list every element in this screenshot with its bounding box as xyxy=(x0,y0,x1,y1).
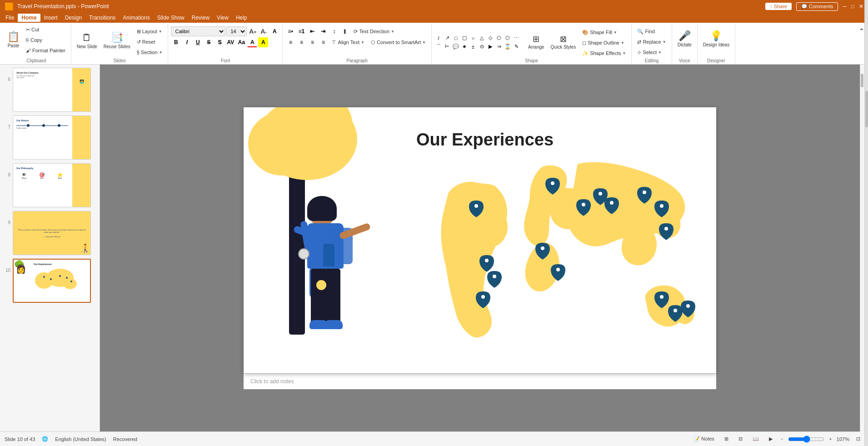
decrease-indent-button[interactable]: ⇤ xyxy=(307,26,317,36)
font-color-button[interactable]: A xyxy=(247,37,257,47)
align-text-button[interactable]: ⊤ Align Text ▼ xyxy=(329,37,367,47)
reset-button[interactable]: ↺ Reset xyxy=(134,37,165,47)
select-button[interactable]: ⊹ Select ▼ xyxy=(634,47,668,57)
convert-smartart-button[interactable]: ⬡ Convert to SmartArt ▼ xyxy=(368,37,429,47)
increase-font-button[interactable]: A+ xyxy=(248,26,258,36)
shape-fill-button[interactable]: 🎨 Shape Fill ▼ xyxy=(579,27,629,37)
minimize-icon[interactable]: ─ xyxy=(843,3,847,10)
design-ideas-button[interactable]: 💡 Design Ideas xyxy=(700,25,732,54)
italic-button[interactable]: I xyxy=(182,37,192,47)
line-spacing-button[interactable]: ↕ xyxy=(329,26,339,36)
slide-thumb-8[interactable]: Our Philosophy 👁Mission 🎯Vision ⭐Values xyxy=(13,163,91,207)
share-button[interactable]: ↑ Share xyxy=(765,3,792,10)
menu-review[interactable]: Review xyxy=(188,14,213,22)
bold-button[interactable]: B xyxy=(171,37,181,47)
shape-connector[interactable]: ⊢ xyxy=(443,43,451,51)
new-slide-button[interactable]: 🗒 New Slide xyxy=(74,26,100,55)
shape-outline-button[interactable]: ◻ Shape Outline ▼ xyxy=(579,38,629,48)
menu-transitions[interactable]: Transitions xyxy=(85,14,119,22)
justify-button[interactable]: ≡ xyxy=(318,37,328,47)
format-painter-button[interactable]: 🖌 Format Painter xyxy=(23,45,68,55)
font-name-selector[interactable]: Calibri xyxy=(171,26,225,36)
text-direction-button[interactable]: ⟳ Text Direction ▼ xyxy=(351,26,397,36)
menu-view[interactable]: View xyxy=(213,14,232,22)
decrease-font-button[interactable]: A- xyxy=(259,26,269,36)
align-left-button[interactable]: ≡ xyxy=(285,37,295,47)
paste-button[interactable]: 📋 Paste xyxy=(5,25,22,55)
notes-input-area[interactable]: Click to add notes xyxy=(244,373,716,389)
shape-callout[interactable]: 💬 xyxy=(452,43,460,51)
right-scroll-thumb[interactable] xyxy=(861,74,863,87)
highlight-button[interactable]: A xyxy=(258,37,268,47)
shape-ribbon[interactable]: ⌛ xyxy=(504,43,512,51)
shape-diamond[interactable]: ◇ xyxy=(486,34,494,42)
shape-equation[interactable]: ± xyxy=(469,43,477,51)
numbering-button[interactable]: ≡1 xyxy=(296,26,306,36)
slide-thumb-6[interactable]: About Our Company You could write a subt… xyxy=(13,68,91,112)
shape-block-arrow[interactable]: ⇒ xyxy=(495,43,503,51)
shape-curve[interactable]: ⌒ xyxy=(434,43,443,51)
shape-effects-button[interactable]: ✨ Shape Effects ▼ xyxy=(579,48,629,58)
slide-canvas[interactable]: Our Experiences xyxy=(244,107,716,373)
shape-hexagon[interactable]: ⬡ xyxy=(504,34,512,42)
strikethrough-button[interactable]: S xyxy=(204,37,214,47)
cut-button[interactable]: ✂ Cut xyxy=(23,25,68,35)
change-case-button[interactable]: Aa xyxy=(236,37,246,47)
shape-flowchart[interactable]: ⊙ xyxy=(478,43,486,51)
slide-item-8[interactable]: 8 Our Philosophy 👁Mission 🎯Vision ⭐Value… xyxy=(2,162,97,208)
align-right-button[interactable]: ≡ xyxy=(307,37,317,47)
menu-file[interactable]: File xyxy=(2,14,18,22)
maximize-icon[interactable]: □ xyxy=(851,3,854,10)
section-button[interactable]: § Section ▼ xyxy=(134,47,165,57)
underline-button[interactable]: U xyxy=(193,37,203,47)
slideshow-button[interactable]: ▶ xyxy=(766,435,776,443)
menu-insert[interactable]: Insert xyxy=(40,14,61,22)
shape-line[interactable]: / xyxy=(434,34,443,42)
columns-button[interactable]: ⫿ xyxy=(340,26,350,36)
normal-view-button[interactable]: ⊞ xyxy=(721,435,732,443)
arrange-button[interactable]: ⊞ Arrange xyxy=(525,28,547,57)
layout-button[interactable]: ⊞ Layout ▼ xyxy=(134,26,165,36)
slide-thumb-10[interactable]: 🌳 👩 Our Experiences xyxy=(13,259,91,303)
font-size-selector[interactable]: 14 xyxy=(226,26,247,36)
shape-freeform[interactable]: ✎ xyxy=(512,43,520,51)
reading-view-button[interactable]: 📖 xyxy=(749,435,762,443)
menu-slideshow[interactable]: Slide Show xyxy=(154,14,188,22)
right-scrollbar[interactable] xyxy=(860,74,864,441)
shadow-button[interactable]: S xyxy=(215,37,224,47)
shape-triangle[interactable]: △ xyxy=(478,34,486,42)
replace-button[interactable]: ⇄ Replace ▼ xyxy=(634,37,668,47)
copy-button[interactable]: ⎘ Copy xyxy=(23,35,68,45)
zoom-plus[interactable]: ＋ xyxy=(828,436,833,442)
zoom-minus[interactable]: － xyxy=(779,436,784,442)
shape-oval[interactable]: ○ xyxy=(469,34,477,42)
close-icon[interactable]: ✕ xyxy=(859,3,863,10)
menu-home[interactable]: Home xyxy=(18,14,40,22)
zoom-slider[interactable] xyxy=(788,436,824,443)
slide-item-9[interactable]: 9 "This is a quote, words full of wisdom… xyxy=(2,210,97,256)
menu-design[interactable]: Design xyxy=(61,14,85,22)
reuse-slides-button[interactable]: 📑 Reuse Slides xyxy=(101,26,133,55)
increase-indent-button[interactable]: ⇥ xyxy=(318,26,328,36)
shape-pentagon[interactable]: ⬠ xyxy=(495,34,503,42)
menu-animations[interactable]: Animations xyxy=(119,14,153,22)
slide-thumb-9[interactable]: "This is a quote, words full of wisdom t… xyxy=(13,211,91,255)
shape-star[interactable]: ★ xyxy=(460,43,469,51)
slide-item-7[interactable]: 7 Our History Timeline content xyxy=(2,115,97,160)
shape-round-rect[interactable]: ▢ xyxy=(460,34,469,42)
quick-styles-button[interactable]: ⊠ Quick Styles xyxy=(548,28,579,57)
shape-rect[interactable]: □ xyxy=(452,34,460,42)
bullets-button[interactable]: ≡• xyxy=(285,26,295,36)
clear-formatting-button[interactable]: A xyxy=(269,26,279,36)
shape-action[interactable]: ▶ xyxy=(486,43,494,51)
comments-button[interactable]: 💬 Comments xyxy=(796,2,838,11)
menu-help[interactable]: Help xyxy=(232,14,251,22)
slide-sorter-button[interactable]: ⊟ xyxy=(735,435,746,443)
notes-button[interactable]: 📝 Notes xyxy=(690,435,718,443)
slide-item-10[interactable]: 10 🌳 👩 Our Experiences xyxy=(2,258,97,304)
slide-item-6[interactable]: 6 About Our Company You could write a su… xyxy=(2,67,97,113)
align-center-button[interactable]: ≡ xyxy=(296,37,306,47)
dictate-button[interactable]: 🎤 Dictate xyxy=(675,25,694,54)
character-spacing-button[interactable]: AV xyxy=(225,37,235,47)
shape-arrow[interactable]: ↗ xyxy=(443,34,451,42)
